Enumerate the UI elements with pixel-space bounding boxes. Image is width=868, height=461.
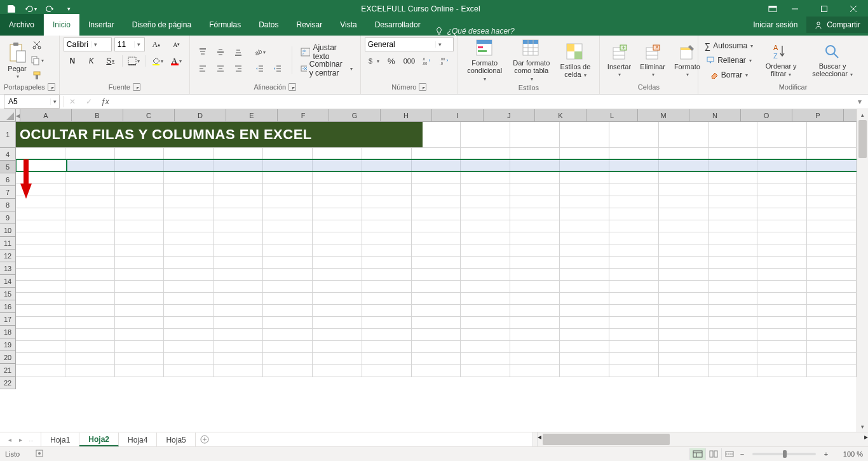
accounting-format-button[interactable]: $▾: [365, 54, 383, 68]
row-header[interactable]: 19: [0, 338, 16, 351]
cell[interactable]: [659, 292, 709, 305]
cell[interactable]: [313, 328, 362, 341]
row-header[interactable]: 22: [0, 377, 16, 389]
cell[interactable]: [115, 328, 165, 341]
macro-record-icon[interactable]: [35, 449, 44, 459]
cell[interactable]: [362, 184, 412, 196]
cell[interactable]: [362, 268, 412, 281]
cell[interactable]: [16, 244, 65, 257]
cell[interactable]: [65, 268, 115, 281]
cell[interactable]: [16, 208, 65, 220]
cell[interactable]: [65, 232, 115, 244]
cell[interactable]: [214, 147, 263, 160]
cell[interactable]: [757, 304, 807, 317]
cell[interactable]: [263, 208, 313, 220]
cell[interactable]: [362, 147, 412, 160]
cell[interactable]: [164, 244, 214, 257]
cell[interactable]: [709, 208, 758, 220]
cell[interactable]: [807, 280, 857, 293]
number-format-input[interactable]: [365, 40, 435, 49]
cell[interactable]: [164, 316, 214, 329]
cell[interactable]: [412, 244, 461, 257]
cell[interactable]: [412, 268, 461, 281]
cell[interactable]: [16, 232, 65, 244]
cell[interactable]: [412, 328, 461, 341]
cell[interactable]: [461, 171, 510, 184]
row-header[interactable]: 16: [0, 300, 16, 313]
cell[interactable]: [510, 147, 560, 160]
cell[interactable]: [65, 147, 115, 160]
column-header[interactable]: P: [792, 109, 844, 122]
column-header[interactable]: D: [175, 109, 226, 122]
cell[interactable]: [263, 352, 313, 365]
cell[interactable]: [362, 340, 412, 353]
cell[interactable]: [263, 340, 313, 353]
row-header[interactable]: 11: [0, 237, 16, 250]
cell[interactable]: [659, 280, 709, 293]
zoom-level-label[interactable]: 100 %: [831, 450, 863, 458]
cell[interactable]: [65, 304, 115, 317]
cell[interactable]: [560, 268, 609, 281]
cell[interactable]: [510, 364, 560, 377]
increase-decimal-button[interactable]: .0.00: [418, 54, 436, 68]
cell[interactable]: [709, 340, 758, 353]
ribbon-tab-diseño-de-página[interactable]: Diseño de página: [123, 14, 200, 36]
cell[interactable]: [757, 159, 807, 172]
cell[interactable]: [164, 328, 214, 341]
cell[interactable]: [115, 268, 165, 281]
cell[interactable]: [807, 292, 857, 305]
cell[interactable]: [659, 184, 709, 196]
cell[interactable]: [510, 184, 560, 196]
thousands-button[interactable]: 000: [400, 54, 418, 68]
cell[interactable]: [164, 304, 214, 317]
cell[interactable]: [214, 171, 263, 184]
column-header[interactable]: N: [689, 109, 741, 122]
row-header[interactable]: 4: [0, 148, 16, 161]
cell[interactable]: [609, 328, 659, 341]
cell[interactable]: [16, 220, 65, 232]
cell[interactable]: [461, 280, 510, 293]
orientation-button[interactable]: ab▾: [251, 45, 269, 59]
clear-button[interactable]: Borrar▾: [702, 68, 756, 82]
cell[interactable]: [757, 256, 807, 269]
cell[interactable]: [214, 159, 263, 172]
row-header[interactable]: 9: [0, 211, 16, 224]
cell[interactable]: [709, 328, 758, 341]
autosum-button[interactable]: ∑Autosuma▾: [702, 39, 756, 53]
file-tab[interactable]: Archivo: [0, 14, 44, 36]
cell[interactable]: [560, 364, 609, 377]
cell[interactable]: [807, 184, 857, 196]
cell[interactable]: [461, 196, 510, 208]
cell[interactable]: [757, 232, 807, 244]
formula-input[interactable]: [113, 95, 854, 108]
cell[interactable]: [263, 171, 313, 184]
select-all-corner[interactable]: [0, 109, 16, 122]
cell[interactable]: [65, 196, 115, 208]
cell[interactable]: [164, 268, 214, 281]
cell[interactable]: [807, 159, 857, 172]
cell[interactable]: [757, 340, 807, 353]
cell[interactable]: [115, 364, 165, 377]
cell[interactable]: [412, 280, 461, 293]
cell-grid[interactable]: OCULTAR FILAS Y COLUMNAS EN EXCEL: [16, 122, 857, 432]
cell[interactable]: [807, 232, 857, 244]
cell[interactable]: [709, 304, 758, 317]
column-header[interactable]: F: [278, 109, 329, 122]
cell[interactable]: [313, 208, 362, 220]
cell[interactable]: [461, 220, 510, 232]
cell[interactable]: [115, 208, 165, 220]
cell[interactable]: [214, 304, 263, 317]
cell[interactable]: [412, 256, 461, 269]
cell[interactable]: [65, 352, 115, 365]
cell[interactable]: [115, 232, 165, 244]
cell[interactable]: [609, 280, 659, 293]
cell[interactable]: [807, 147, 857, 160]
cell[interactable]: [313, 364, 362, 377]
cell[interactable]: [313, 268, 362, 281]
column-header[interactable]: O: [741, 109, 792, 122]
cell[interactable]: [510, 340, 560, 353]
scroll-first-col-button[interactable]: ◂: [16, 109, 20, 122]
column-header[interactable]: I: [432, 109, 484, 122]
cell[interactable]: [709, 122, 758, 148]
cell[interactable]: [412, 196, 461, 208]
